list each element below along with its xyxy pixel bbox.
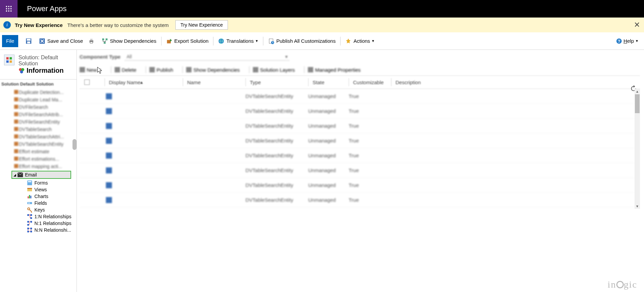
tree-item[interactable]: Duplicate Detection... [0,89,77,96]
tree-sub-keys[interactable]: Keys [0,206,77,213]
table-row[interactable]: DVTableSearchEntityUnmanagedTrue [80,178,640,193]
entity-icon [106,197,112,203]
table-row[interactable]: DVTableSearchEntityUnmanagedTrue [80,119,640,133]
subcmd-publish[interactable]: Publish [149,67,173,73]
file-menu-button[interactable]: File [2,35,18,47]
app-launcher-button[interactable] [0,0,18,18]
table-row[interactable]: DVTableSearchEntityUnmanagedTrue [80,193,640,207]
tree-sub-views[interactable]: Views [0,186,77,193]
show-dependencies-button[interactable]: Show Dependencies [99,35,159,47]
svg-rect-6 [6,10,7,11]
top-bar: Power Apps [0,0,644,18]
try-new-experience-button[interactable]: Try New Experience [175,20,228,30]
publish-all-button[interactable]: Publish All Customizations [265,35,338,47]
separator [213,37,213,45]
col-state[interactable]: State [308,78,349,86]
entity-icon [106,123,112,129]
separator [111,66,111,73]
table-row[interactable]: DVTableSearchEntityUnmanagedTrue [80,89,640,104]
table-row[interactable]: DVTableSearchEntityUnmanagedTrue [80,163,640,178]
separator [304,66,304,73]
svg-rect-7 [8,10,9,11]
col-description[interactable]: Description [391,78,492,86]
chevron-down-icon: ▼ [255,39,259,43]
tree-item[interactable]: DVFileSearchEntity [0,118,77,126]
save-button[interactable] [23,35,36,47]
tree-item[interactable]: DVTableSearchEntity [0,140,77,148]
tree-item[interactable]: DVFileSearch [0,103,77,111]
tree-sub-fields[interactable]: Fields [0,200,77,206]
svg-rect-49 [27,224,29,226]
svg-rect-29 [10,60,12,63]
tree-sub-nnrelationshi[interactable]: N:N Relationshi... [0,227,77,233]
svg-rect-15 [90,42,93,43]
tree-item[interactable]: Effort estimate [0,148,77,155]
table-row[interactable]: DVTableSearchEntityUnmanagedTrue [80,133,640,148]
tree-sub-nrelationships[interactable]: 1:N Relationships [0,213,77,220]
print-button[interactable] [86,35,99,47]
actions-icon [345,38,351,44]
separator [263,37,263,45]
tree-scrollbar[interactable] [72,139,77,150]
grid-scrollbar[interactable]: ▲ ▼ [635,89,640,209]
component-type-dropdown[interactable]: All ▾ [124,53,290,61]
svg-rect-2 [10,6,11,7]
subcmd-solution-layers[interactable]: Solution Layers [253,67,295,73]
scroll-down-icon[interactable]: ▼ [636,204,639,208]
tree-item-email[interactable]: ◢Email [11,171,71,179]
subcmd-managed-properties[interactable]: Managed Properties [308,67,360,73]
scroll-thumb[interactable] [635,94,640,113]
svg-rect-14 [90,39,93,40]
export-solution-button[interactable]: Export Solution [164,35,211,47]
form-icon [27,180,32,186]
tree-sub-charts[interactable]: Charts [0,193,77,200]
table-row[interactable]: DVTableSearchEntityUnmanagedTrue [80,148,640,163]
page-title: Information [19,67,77,74]
table-row[interactable]: DVTableSearchEntityUnmanagedTrue [80,104,640,119]
col-display-name[interactable]: Display Name ▴ [105,78,183,86]
entity-icon [106,108,112,114]
filter-row: Component Type All ▾ [80,53,640,61]
tree-sub-forms[interactable]: Forms [0,180,77,186]
solution-tree[interactable]: Duplicate Detection...Duplicate Lead Ma.… [0,89,77,292]
select-all-checkbox[interactable] [84,79,90,85]
entity-icon [106,167,112,173]
info-icon: i [3,21,11,29]
close-banner-button[interactable]: ✕ [634,21,640,29]
svg-rect-37 [27,188,32,189]
svg-rect-40 [30,196,31,198]
tree-item[interactable]: Duplicate Lead Ma... [0,96,77,103]
tree-sub-nrelationships[interactable]: N:1 Relationships [0,220,77,227]
tree-item[interactable]: Effort estimations... [0,155,77,163]
grid-body[interactable]: DVTableSearchEntityUnmanagedTrueDVTableS… [80,89,640,209]
col-type[interactable]: Type [245,78,308,86]
tree-heading: Solution Default Solution [0,79,77,89]
translations-button[interactable]: Translations ▼ [215,35,261,47]
cmd-label: Export Solution [174,38,209,44]
solution-icon [4,55,14,65]
col-name[interactable]: Name [183,78,245,86]
help-button[interactable]: ? Help ▼ [613,38,642,44]
tree-item[interactable]: DVTableSearchAttri... [0,133,77,140]
svg-rect-4 [8,8,9,9]
svg-text:?: ? [618,39,620,43]
notification-banner: i Try New Experience There's a better wa… [0,18,644,32]
scroll-up-icon[interactable]: ▲ [636,90,639,93]
col-customizable[interactable]: Customizable [349,78,391,86]
svg-rect-44 [27,214,29,216]
entity-icon [106,153,112,159]
tree-item[interactable]: Effort mapping acti... [0,163,77,170]
tree-item[interactable]: DVFileSearchAttrib... [0,111,77,118]
banner-message: There's a better way to customize the sy… [67,22,169,28]
save-and-close-button[interactable]: Save and Close [36,35,86,47]
subcmd-delete[interactable]: Delete [115,67,136,73]
expand-icon[interactable]: ◢ [13,173,16,177]
actions-button[interactable]: Actions ▼ [343,35,377,47]
subcmd-show-dependencies[interactable]: Show Dependencies [186,67,240,73]
grid-header: Display Name ▴ Name Type State Customiza… [80,75,640,89]
tree-item[interactable]: DVTableSearch [0,126,77,133]
key-icon [27,207,32,213]
svg-rect-46 [30,217,32,219]
n1-icon [27,221,32,226]
separator [146,66,146,73]
